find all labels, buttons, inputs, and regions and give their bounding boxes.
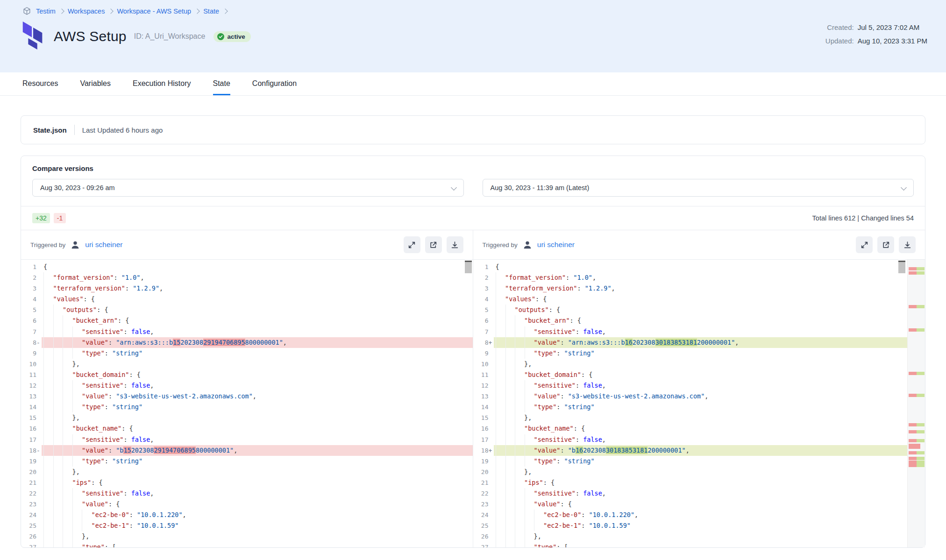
title-row: AWS Setup ID: A_Uri_Workspace active Cre… bbox=[22, 21, 927, 51]
code-line: 13"value": "s3-website-us-west-2.amazona… bbox=[21, 391, 473, 402]
expand-icon[interactable] bbox=[404, 236, 420, 253]
last-updated-text: Last Updated 6 hours ago bbox=[82, 126, 163, 134]
line-number: 18+ bbox=[473, 445, 494, 456]
external-link-icon[interactable] bbox=[425, 236, 442, 253]
page-title: AWS Setup bbox=[54, 28, 127, 44]
diff-ruler-mark bbox=[909, 305, 925, 308]
line-number: 12 bbox=[21, 380, 42, 391]
line-number: 23 bbox=[21, 499, 42, 510]
code-line: 16"bucket_name": { bbox=[21, 423, 473, 434]
person-icon bbox=[70, 240, 80, 250]
diff-ruler-mark bbox=[909, 461, 925, 464]
code-line: 6"bucket_arn": { bbox=[473, 315, 908, 326]
code-editor-left[interactable]: 1{2"format_version": "1.0",3"terraform_v… bbox=[21, 260, 473, 547]
triggered-by-user-link[interactable]: uri scheiner bbox=[537, 241, 575, 249]
line-number: 14 bbox=[21, 402, 42, 412]
state-file-bar: State.json Last Updated 6 hours ago bbox=[21, 115, 925, 144]
tab-variables[interactable]: Variables bbox=[80, 72, 111, 95]
download-icon[interactable] bbox=[447, 236, 463, 253]
external-link-icon[interactable] bbox=[877, 236, 894, 253]
code-line: 4"values": { bbox=[21, 294, 473, 305]
line-number: 5 bbox=[21, 305, 42, 315]
line-number: 13 bbox=[473, 391, 494, 402]
tab-state[interactable]: State bbox=[213, 72, 230, 95]
code-line: 14"type": "string" bbox=[473, 402, 908, 412]
download-icon[interactable] bbox=[899, 236, 916, 253]
line-number: 5 bbox=[473, 305, 494, 315]
code-line: 3"terraform_version": "1.2.9", bbox=[473, 283, 908, 294]
code-line: 1{ bbox=[21, 262, 473, 272]
line-number: 16 bbox=[21, 423, 42, 434]
triggered-by-user-link[interactable]: uri scheiner bbox=[85, 241, 122, 249]
code-line: 1{ bbox=[473, 262, 908, 272]
triggered-by-label: Triggered by bbox=[483, 241, 518, 248]
workspace-id: ID: A_Uri_Workspace bbox=[134, 32, 206, 41]
line-number: 4 bbox=[21, 294, 42, 305]
code-line: 15}, bbox=[473, 412, 908, 423]
updated-label: Updated: bbox=[825, 37, 854, 45]
diff-ruler-mark bbox=[909, 430, 925, 433]
version-select-right[interactable]: Aug 30, 2023 - 11:39 am (Latest) bbox=[483, 179, 914, 197]
code-line: 17"sensitive": false, bbox=[473, 434, 908, 445]
code-line: 22"sensitive": false, bbox=[473, 488, 908, 499]
tab-execution-history[interactable]: Execution History bbox=[133, 72, 191, 95]
diff-overview-ruler[interactable] bbox=[907, 260, 925, 547]
line-number: 13 bbox=[21, 391, 42, 402]
pane-header-left: Triggered by uri scheiner bbox=[21, 230, 473, 260]
updated-value: Aug 10, 2023 3:31 PM bbox=[858, 37, 927, 45]
line-number: 24 bbox=[21, 510, 42, 520]
scrollbar-thumb[interactable] bbox=[465, 261, 472, 273]
code-line: 2"format_version": "1.0", bbox=[21, 272, 473, 283]
code-line: 7"sensitive": false, bbox=[473, 326, 908, 337]
diff-ruler-mark bbox=[909, 271, 925, 275]
code-line: 10}, bbox=[473, 359, 908, 369]
state-filename: State.json bbox=[33, 126, 67, 134]
line-number: 9 bbox=[473, 348, 494, 359]
code-line: 20}, bbox=[21, 467, 473, 477]
workspace-header: TestimWorkspacesWorkspace - AWS SetupSta… bbox=[0, 0, 946, 72]
line-number: 8+ bbox=[473, 337, 494, 348]
code-line: 14"type": "string" bbox=[21, 402, 473, 412]
breadcrumb-item[interactable]: Testim bbox=[36, 7, 56, 15]
code-line: 21"ips": { bbox=[473, 477, 908, 488]
code-line: 5"outputs": { bbox=[473, 305, 908, 315]
compare-card: Compare versions Aug 30, 2023 - 09:26 am… bbox=[21, 156, 925, 548]
code-line: 19"type": "string" bbox=[21, 456, 473, 467]
version-select-left[interactable]: Aug 30, 2023 - 09:26 am bbox=[32, 179, 464, 197]
code-line: 27"type": [ bbox=[21, 542, 473, 547]
chevron-right-icon bbox=[222, 8, 228, 14]
code-line: 27"type": [ bbox=[473, 542, 908, 547]
line-number: 7 bbox=[21, 326, 42, 337]
line-number: 25 bbox=[21, 520, 42, 531]
code-line: 23"value": { bbox=[21, 499, 473, 510]
code-line: 11"bucket_domain": { bbox=[473, 369, 908, 380]
line-number: 14 bbox=[473, 402, 494, 412]
breadcrumb-item[interactable]: State bbox=[203, 7, 219, 15]
line-number: 17 bbox=[21, 434, 42, 445]
pane-header-right: Triggered by uri scheiner bbox=[473, 230, 925, 260]
line-number: 22 bbox=[473, 488, 494, 499]
diff-ruler-mark bbox=[909, 394, 925, 397]
check-icon bbox=[217, 33, 224, 40]
scrollbar-thumb[interactable] bbox=[898, 261, 905, 273]
code-line: 7"sensitive": false, bbox=[21, 326, 473, 337]
code-line: 12"sensitive": false, bbox=[21, 380, 473, 391]
line-number: 26 bbox=[473, 531, 494, 542]
tab-resources[interactable]: Resources bbox=[22, 72, 58, 95]
code-line: 24"ec2-be-0": "10.0.1.220", bbox=[473, 510, 908, 520]
line-number: 9 bbox=[21, 348, 42, 359]
tab-configuration[interactable]: Configuration bbox=[252, 72, 297, 95]
line-number: 21 bbox=[473, 477, 494, 488]
line-number: 2 bbox=[473, 272, 494, 283]
breadcrumb-item[interactable]: Workspaces bbox=[68, 7, 105, 15]
diff-pane-left: Triggered by uri scheiner bbox=[21, 230, 473, 547]
breadcrumb-item[interactable]: Workspace - AWS Setup bbox=[117, 7, 191, 15]
diff-ruler-mark bbox=[909, 439, 925, 442]
chevron-down-icon bbox=[451, 184, 457, 191]
chevron-right-icon bbox=[195, 8, 200, 14]
line-number: 6 bbox=[21, 315, 42, 326]
diff-view: Triggered by uri scheiner bbox=[21, 230, 925, 547]
version-select-left-value: Aug 30, 2023 - 09:26 am bbox=[40, 184, 115, 191]
expand-icon[interactable] bbox=[856, 236, 873, 253]
code-editor-right[interactable]: 1{2"format_version": "1.0",3"terraform_v… bbox=[473, 260, 925, 547]
